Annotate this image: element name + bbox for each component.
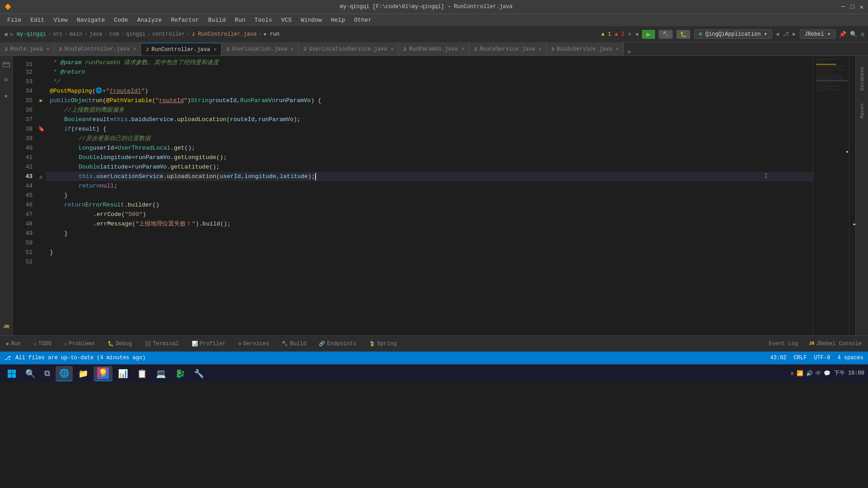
tab-routeservice[interactable]: J RouteService.java × <box>469 43 547 56</box>
breadcrumb-com[interactable]: com <box>109 31 119 38</box>
bottom-tab-endpoints[interactable]: 🔗 Endpoints <box>316 339 359 349</box>
tab-baiduservice[interactable]: J BaiduService.java × <box>547 43 624 56</box>
sidebar-maven-label[interactable]: Maven <box>859 102 865 120</box>
taskbar-app1-button[interactable]: 📋 <box>133 366 151 381</box>
menu-view[interactable]: View <box>50 16 71 24</box>
start-button[interactable] <box>4 366 20 381</box>
taskbar-app3-button[interactable]: 🐉 <box>171 366 189 381</box>
menu-other[interactable]: Other <box>350 16 375 24</box>
breadcrumb-controller[interactable]: controller <box>152 31 185 38</box>
bottom-tab-build[interactable]: 🔨 Build <box>279 339 309 349</box>
run-button[interactable]: ▶ <box>642 30 655 39</box>
bottom-tab-debug[interactable]: 🐛 Debug <box>105 339 135 349</box>
code-editor[interactable]: * @param runParamVo 请求参数, 其中包含了经纬度和速度 * … <box>46 56 813 335</box>
taskbar-taskview-button[interactable]: ⧉ <box>41 366 54 381</box>
window-controls[interactable]: ─ □ ✕ <box>841 3 863 11</box>
right-scrollbar[interactable] <box>849 56 855 335</box>
tab-close-icon[interactable]: × <box>538 47 542 52</box>
nav-left-icon[interactable]: ◀ <box>776 31 779 38</box>
bottom-tab-services[interactable]: ⚙ Services <box>236 339 272 349</box>
sidebar-database-label[interactable]: Database <box>859 65 865 93</box>
menu-tools[interactable]: Tools <box>251 16 276 24</box>
taskbar-app4-button[interactable]: 🔧 <box>190 366 208 381</box>
taskbar-app2-button[interactable]: 💻 <box>152 366 170 381</box>
taskbar-ppt-button[interactable]: 📊 <box>114 366 132 381</box>
tab-runcontroller[interactable]: J RunController.java × <box>141 43 222 56</box>
tab-close-icon[interactable]: × <box>47 47 50 52</box>
menu-edit[interactable]: Edit <box>27 16 48 24</box>
line-ending-indicator[interactable]: CRLF <box>794 355 807 361</box>
taskbar-search-button[interactable]: 🔍 <box>22 366 39 381</box>
taskbar-browser-button[interactable]: 🌐 <box>56 366 73 381</box>
editor-area[interactable]: 31 32 33 34 35 36 37 38 39 40 41 42 43 4… <box>13 56 855 335</box>
bottom-tab-todo[interactable]: ☑ TODO <box>31 339 54 349</box>
line-col-indicator[interactable]: 43:82 <box>770 355 787 361</box>
bottom-tab-eventlog[interactable]: Event Log <box>766 339 801 349</box>
indent-indicator[interactable]: 4 spaces <box>837 355 863 361</box>
vcs-icon[interactable]: ⎇ <box>783 31 789 38</box>
tray-notify[interactable]: 💬 <box>824 370 830 377</box>
git-branch[interactable]: ⎇ <box>5 355 11 361</box>
menu-window[interactable]: Window <box>297 16 326 24</box>
tab-close-icon[interactable]: × <box>291 47 294 52</box>
settings-icon[interactable]: ⚙ <box>861 31 864 38</box>
breadcrumb-method[interactable]: ● run <box>264 31 279 38</box>
search-icon[interactable]: 🔍 <box>850 31 857 38</box>
forward-button[interactable]: ▶ <box>10 30 14 38</box>
tab-close-icon[interactable]: × <box>391 47 394 52</box>
maximize-button[interactable]: □ <box>850 3 854 11</box>
build-button[interactable]: 🔨 <box>659 30 673 39</box>
breadcrumb-main[interactable]: main <box>70 31 83 38</box>
menu-navigate[interactable]: Navigate <box>73 16 108 24</box>
bottom-tab-profiler[interactable]: 📊 Profiler <box>189 339 229 349</box>
bottom-tab-problems[interactable]: ⚠ Problems <box>61 339 98 349</box>
bottom-tab-spring[interactable]: 🍃 Spring <box>366 339 399 349</box>
vcs-right-icon[interactable]: ▶ <box>793 31 796 38</box>
menu-build[interactable]: Build <box>204 16 229 24</box>
expand-button[interactable]: ∧ <box>628 31 631 38</box>
bottom-tab-terminal[interactable]: ⬛ Terminal <box>142 339 182 349</box>
gutter-38[interactable]: 🔖 <box>36 124 46 134</box>
pin-icon[interactable]: 📌 <box>839 31 846 38</box>
sidebar-project-icon[interactable] <box>1 60 11 70</box>
tab-userlocationservice[interactable]: J UserLocationService.java × <box>299 43 399 56</box>
menu-refactor[interactable]: Refactor <box>167 16 203 24</box>
close-button[interactable]: ✕ <box>860 3 863 11</box>
bottom-tab-run[interactable]: ▶ Run <box>4 339 24 349</box>
sidebar-structure-icon[interactable]: ≡ <box>1 75 11 85</box>
tab-userlocation[interactable]: J UserLocation.java × <box>222 43 299 56</box>
warning-count[interactable]: ▲ 1 <box>601 31 611 38</box>
bottom-tab-jrebelconsole[interactable]: JR JRebel Console <box>806 339 864 349</box>
tab-routecontroller[interactable]: J RouteController.java × <box>54 43 141 56</box>
tab-close-icon[interactable]: × <box>616 47 619 52</box>
breadcrumb-java[interactable]: java <box>90 31 103 38</box>
taskbar-idea-button[interactable]: 💡 <box>94 366 113 381</box>
menu-code[interactable]: Code <box>110 16 132 24</box>
gutter-35[interactable]: ▶ <box>36 96 46 105</box>
breadcrumb-qingqi[interactable]: qingqi <box>126 31 146 38</box>
menu-run[interactable]: Run <box>231 16 249 24</box>
jrebel-select[interactable]: JRebel ▾ <box>800 29 836 39</box>
menu-file[interactable]: File <box>4 16 25 24</box>
breadcrumb-project[interactable]: my-qingqi <box>17 31 46 38</box>
system-clock[interactable]: 下午 10:00 <box>834 370 864 377</box>
sidebar-jrebel-icon[interactable]: JR <box>1 322 11 332</box>
run-line-icon[interactable]: ▶ <box>39 97 42 104</box>
tab-runparamvo[interactable]: J RunParamVo.java × <box>399 43 469 56</box>
sidebar-favorites-icon[interactable]: ★ <box>1 90 11 100</box>
breadcrumb-file[interactable]: J RunController.java <box>192 31 256 38</box>
tray-network[interactable]: 📶 <box>797 370 803 377</box>
menu-help[interactable]: Help <box>327 16 349 24</box>
more-tabs-button[interactable]: » <box>624 48 635 56</box>
error-count[interactable]: ▲ 2 <box>615 31 625 38</box>
debug-button[interactable]: 🐛 <box>676 30 690 39</box>
breadcrumb-src[interactable]: src <box>53 31 63 38</box>
menu-analyze[interactable]: Analyze <box>133 16 165 24</box>
menu-vcs[interactable]: VCS <box>278 16 295 24</box>
back-button[interactable]: ◀ <box>4 30 7 38</box>
run-config-arrow[interactable]: ◀ <box>635 31 638 38</box>
tray-ime-cn[interactable]: 中 <box>816 370 821 377</box>
minimize-button[interactable]: ─ <box>841 3 845 11</box>
tray-volume[interactable]: 🔊 <box>806 370 813 377</box>
taskbar-explorer-button[interactable]: 📁 <box>75 366 92 381</box>
